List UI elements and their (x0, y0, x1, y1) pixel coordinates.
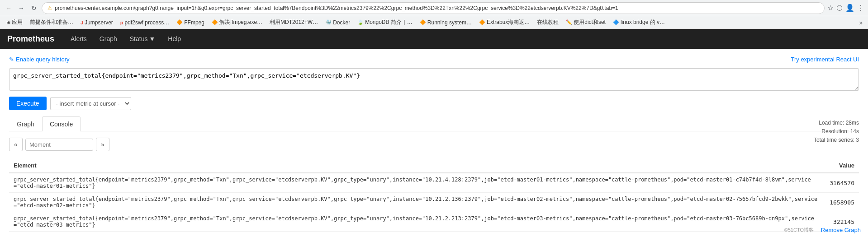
bookmark-prerequisites-label: 前提条件和准备… (30, 19, 73, 26)
profile-icon[interactable]: 👤 (845, 4, 854, 12)
top-row: ✎ Enable query history Try experimental … (9, 56, 859, 63)
linux-bridge-icon: 🔷 (613, 19, 619, 25)
table-row: grpc_server_started_total{endpoint="metr… (9, 173, 859, 193)
element-cell: grpc_server_started_total{endpoint="metr… (9, 173, 825, 193)
security-icon: ⚠ (47, 5, 52, 11)
tab-graph[interactable]: Graph (9, 116, 42, 131)
bookmark-ffmpeg-label: FFmpeg (184, 19, 204, 26)
nav-alerts[interactable]: Alerts (65, 32, 92, 46)
browser-actions: ☆ ⬡ 👤 ⋮ (827, 4, 864, 12)
ffmpeg-icon: 🔶 (176, 19, 183, 25)
bookmark-jumpserver-label: Jumpserver (85, 19, 113, 26)
resolution-stat: Resolution: 14s (814, 127, 859, 136)
react-ui-link[interactable]: Try experimental React UI (791, 56, 859, 63)
time-next-button[interactable]: » (96, 138, 109, 151)
docker-icon: 🐳 (325, 19, 332, 25)
resolution-label: Resolution: (821, 128, 849, 135)
bookmarks-bar: ⊞ 应用 前提条件和准备… J Jumpserver p pdf2swf pro… (0, 16, 868, 29)
bookmark-mdt[interactable]: 利用MDT2012+W… (267, 18, 321, 27)
bookmarks-more-button[interactable]: » (857, 18, 864, 27)
ffmpeg-solve-icon: 🔶 (212, 19, 218, 25)
bookmark-mdt-label: 利用MDT2012+W… (270, 19, 318, 26)
results-table: Element Value grpc_server_started_total{… (9, 158, 859, 232)
watermark-text: ©51CTO博客 (784, 227, 814, 232)
bookmark-apps-label: 应用 (12, 19, 23, 26)
running-icon: 🔶 (420, 19, 426, 25)
reload-button[interactable]: ↻ (29, 3, 39, 13)
bookmark-dict[interactable]: ✏️ 使用dict和set (563, 18, 608, 27)
resolution-value: 14s (850, 128, 859, 135)
app-nav-links: Alerts Graph Status ▼ Help (65, 32, 186, 46)
history-icon: ✎ (9, 56, 14, 63)
bookmark-star-icon[interactable]: ☆ (827, 4, 834, 12)
enable-query-history-label: Enable query history (16, 56, 70, 63)
watermark: ©51CTO博客 (784, 227, 814, 233)
bookmark-mongodb-label: MongoDB 简介｜… (365, 19, 413, 26)
dict-icon: ✏️ (566, 19, 572, 25)
back-button[interactable]: ← (4, 3, 14, 13)
col-element: Element (9, 158, 825, 173)
total-series-label: Total time series: (814, 137, 854, 143)
bookmark-docker-label: Docker (333, 19, 350, 26)
forward-button[interactable]: → (16, 3, 26, 13)
load-time-label: Load time: (819, 120, 844, 126)
time-prev-button[interactable]: « (9, 138, 23, 151)
element-cell: grpc_server_started_total{endpoint="metr… (9, 193, 825, 212)
execute-row: Execute - insert metric at cursor - (9, 97, 859, 110)
bookmark-prerequisites[interactable]: 前提条件和准备… (27, 18, 76, 27)
value-cell: 3164570 (825, 173, 859, 193)
status-dropdown-arrow: ▼ (149, 35, 155, 42)
metric-select[interactable]: - insert metric at cursor - (50, 97, 131, 110)
app-title: Prometheus (7, 34, 54, 44)
bookmark-jumpserver[interactable]: J Jumpserver (78, 19, 116, 27)
bookmark-ffmpeg-solve-label: 解决ffmpeg.exe… (219, 19, 262, 26)
browser-bar: ← → ↻ ⚠ promethues-center.example.com/gr… (0, 0, 868, 16)
bookmark-extrabux-label: Extrabux海淘返… (487, 19, 530, 26)
load-time-stat: Load time: 28ms (814, 119, 859, 127)
bookmark-apps[interactable]: ⊞ 应用 (4, 18, 25, 27)
bookmark-dict-label: 使用dict和set (574, 19, 606, 26)
table-row: grpc_server_started_total{endpoint="metr… (9, 212, 859, 232)
bookmark-tutorial[interactable]: 在线教程 (534, 18, 561, 27)
moment-input[interactable] (25, 139, 93, 151)
pdf2swf-icon: p (120, 20, 123, 25)
mongodb-icon: 🍃 (357, 19, 364, 25)
tab-console[interactable]: Console (42, 116, 81, 131)
query-textarea[interactable]: grpc_server_started_total{endpoint="metr… (9, 68, 859, 91)
remove-graph-label: Remove Graph (821, 227, 861, 233)
total-series-value: 3 (856, 137, 859, 143)
bookmark-ffmpeg-solve[interactable]: 🔶 解决ffmpeg.exe… (209, 18, 265, 27)
bookmark-running[interactable]: 🔶 Running system… (417, 19, 474, 27)
bookmark-ffmpeg[interactable]: 🔶 FFmpeg (174, 19, 207, 27)
total-series-stat: Total time series: 3 (814, 136, 859, 144)
element-cell: grpc_server_started_total{endpoint="metr… (9, 212, 825, 232)
table-header: Element Value (9, 158, 859, 173)
extrabux-icon: 🔶 (479, 19, 485, 25)
bookmark-running-label: Running system… (427, 19, 472, 26)
bookmark-pdf2swf[interactable]: p pdf2swf process… (118, 19, 172, 27)
url-bar[interactable]: ⚠ promethues-center.example.com/graph?g0… (42, 2, 825, 14)
enable-query-history-link[interactable]: ✎ Enable query history (9, 56, 70, 63)
bookmark-docker[interactable]: 🐳 Docker (323, 19, 353, 27)
menu-icon[interactable]: ⋮ (857, 4, 864, 12)
execute-button[interactable]: Execute (9, 97, 47, 110)
remove-graph-link[interactable]: Remove Graph (821, 227, 861, 233)
nav-help[interactable]: Help (162, 32, 186, 46)
nav-graph[interactable]: Graph (94, 32, 123, 46)
table-body: grpc_server_started_total{endpoint="metr… (9, 173, 859, 232)
table-row: grpc_server_started_total{endpoint="metr… (9, 193, 859, 212)
value-cell: 1658905 (825, 193, 859, 212)
app-nav: Prometheus Alerts Graph Status ▼ Help (0, 29, 868, 49)
main-content: ✎ Enable query history Try experimental … (0, 49, 868, 237)
bookmark-pdf2swf-label: pdf2swf process… (125, 19, 170, 26)
bookmark-extrabux[interactable]: 🔶 Extrabux海淘返… (476, 18, 532, 27)
time-nav: « » (9, 138, 859, 151)
extensions-icon[interactable]: ⬡ (836, 4, 843, 12)
bookmark-mongodb[interactable]: 🍃 MongoDB 简介｜… (355, 18, 415, 27)
nav-status[interactable]: Status ▼ (124, 32, 161, 46)
bookmark-tutorial-label: 在线教程 (537, 19, 559, 26)
bookmark-linux-bridge[interactable]: 🔷 linux bridge 的 v… (610, 18, 668, 27)
load-time-value: 28ms (846, 120, 859, 126)
url-text: promethues-center.example.com/graph?g0.r… (55, 5, 819, 11)
stats-panel: Load time: 28ms Resolution: 14s Total ti… (814, 119, 859, 145)
